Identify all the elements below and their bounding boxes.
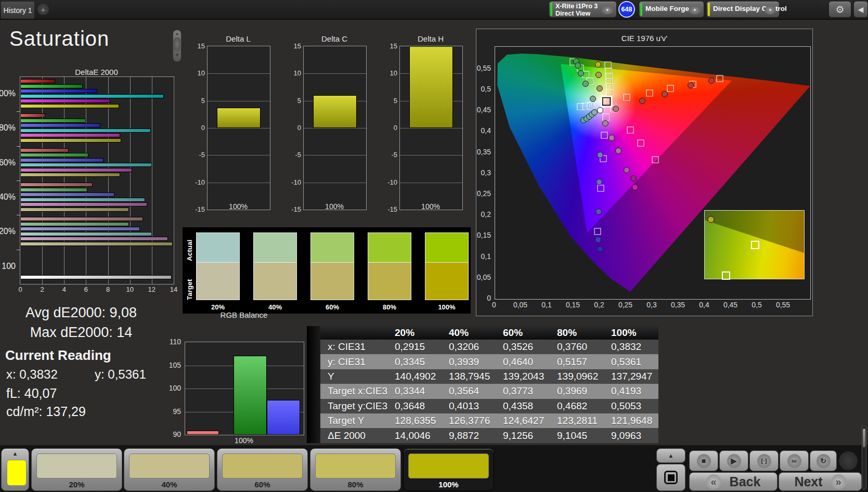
bar-red [20,113,45,118]
actual-swatch [310,232,354,263]
page-title: Saturation [9,27,109,50]
bar-yellow [20,173,120,177]
swatch-label: 80% [368,303,411,311]
row-lead [307,340,320,354]
bottom-scrollbar[interactable] [862,425,866,490]
delta-l-plot [207,46,270,210]
step-button[interactable]: [·] [749,450,779,471]
collapse-panel-button[interactable]: ◀ [853,1,868,18]
next-button[interactable]: Next » [779,472,862,491]
tick-label: -10 [291,178,301,186]
table-cell: 0,3564 [442,384,496,398]
scroll-down-icon[interactable]: ▼ [173,51,181,58]
transport-up-button[interactable]: ▲ [656,448,685,463]
category-label: 100 [0,249,16,283]
add-tab-button[interactable]: + [37,4,49,15]
table-header: 60% [496,326,550,340]
scrollbar-thumb[interactable] [174,37,180,51]
pattern-up-tile[interactable]: ▲ [1,448,29,491]
target-point [652,157,659,163]
bar-group [20,215,174,249]
actual-target-swatch-panel: 20%40%60%80%100% [183,227,471,314]
measured-point [595,209,602,215]
gear-icon: ⚙ [835,4,844,16]
pattern-swatch [36,454,117,478]
back-chevron-icon: « [706,474,721,489]
delta-l-axis: 151050-5-10-15 [189,46,206,209]
pattern-tile-20%[interactable]: 20% [31,448,122,491]
table-header: 100% [604,326,658,340]
back-button[interactable]: « Back [689,472,778,491]
tick-label: 0,45 [477,106,491,114]
deltae-category-axis: 100%80%60%40%20%100 [0,76,18,283]
tick-label: 0,15 [477,231,491,239]
settings-button[interactable]: ⚙ [828,1,851,18]
avg-de2000: Avg dE2000: 9,08 [0,305,162,321]
inset-measured-point [708,216,715,223]
scroll-up-icon[interactable]: ▲ [173,30,181,37]
bar-magenta [20,168,132,172]
pattern-tile-100%[interactable]: 100% [403,448,494,491]
tick-label: 95 [173,407,181,416]
tick-label: -15 [387,205,397,213]
bar-cyan [20,128,151,133]
loop-button[interactable]: ∞ [780,450,809,471]
refresh-button[interactable]: ↻ [810,450,837,471]
chevron-down-icon: ▼ [602,6,613,15]
swatch-label: 40% [253,303,297,311]
tick-label: 0,5 [481,85,491,93]
measured-point [688,82,694,88]
scrollbar-thumb[interactable] [863,429,865,447]
bar-blue [20,123,100,127]
table-cell: 0,3939 [442,354,496,369]
reading-x: x: 0,3832 [6,367,58,382]
row-label: Target y:CIE31 [320,399,387,413]
pattern-tile-60%[interactable]: 60% [217,448,308,491]
tick-label: 0,15 [566,301,580,309]
cie-y-axis: 0,550,50,450,40,350,30,250,20,150,10,050 [476,46,494,298]
bar-cyan [20,163,152,167]
stop-pattern-button[interactable] [656,464,685,491]
measured-point [630,175,637,182]
table-cell: 9,1045 [550,428,604,443]
reading-cdm2: cd/m²: 137,29 [6,404,86,419]
cie-x-axis: 00,050,10,150,20,250,30,350,40,450,50,55 [494,301,811,310]
gridline [208,183,270,183]
table-cell: 0,3345 [387,354,442,369]
pattern-tile-80%[interactable]: 80% [310,448,401,491]
stop-button[interactable]: ■ [689,450,718,471]
table-cell: 0,3344 [387,384,442,398]
tick-label: 0,55 [477,64,491,72]
tick-label: 100 [169,384,181,392]
tab-history-1[interactable]: History 1 [1,2,34,19]
reading-fl: fL: 40,07 [6,386,57,401]
rgb-balance-plot [185,342,304,435]
pattern-swatch [408,454,489,478]
row-label: x: CIE31 [320,340,387,354]
left-arrow-icon: ◀ [858,5,864,14]
display-control-dropdown[interactable]: Direct Display Control ▼ [706,1,780,18]
pattern-source-dropdown[interactable]: Mobile Forge ▼ [639,1,704,18]
table-cell: 0,3526 [496,340,550,354]
tick-label: 0,05 [513,301,527,309]
meter-dropdown[interactable]: X-Rite i1Pro 3 Direct View ▼ [549,1,617,18]
infinity-icon: ∞ [787,454,801,468]
bar-green [20,84,83,88]
layout-scrollbar[interactable]: ▲ ▼ [173,30,182,62]
tick-label: 15 [294,42,301,50]
target-swatch [196,263,240,300]
row-label: Target x:CIE31 [320,384,387,398]
tick-label: 90 [173,430,181,438]
tick-label: 0 [492,301,496,309]
delta-bar [313,95,357,128]
gridline [400,155,462,156]
bar-cyan [20,198,145,202]
table-cell: 0,5361 [604,354,658,369]
pattern-tile-40%[interactable]: 40% [124,448,215,491]
target-point [717,75,723,82]
target-point [603,114,610,121]
measurement-count-badge[interactable]: 648 [618,1,635,18]
pattern-label: 100% [404,480,494,489]
play-button[interactable]: ▶ [719,450,748,471]
row-lead [307,369,320,384]
